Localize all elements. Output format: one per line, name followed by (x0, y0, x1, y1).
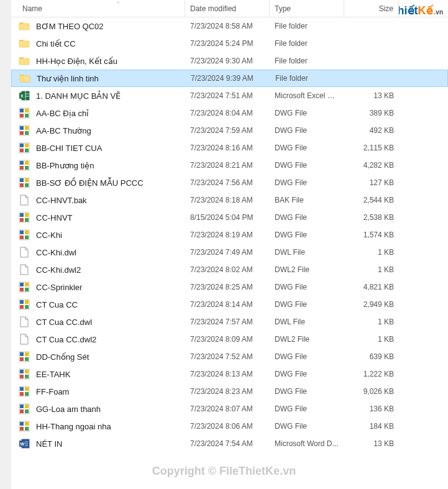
cell-type: DWL2 File (270, 335, 344, 344)
svg-rect-21 (25, 126, 29, 130)
svg-rect-60 (20, 352, 24, 356)
cell-size: 2,544 KB (344, 196, 399, 204)
cell-name[interactable]: EE-TAHK (11, 368, 185, 380)
folder-icon (19, 55, 30, 66)
cell-name[interactable]: GG-Loa am thanh (11, 403, 185, 414)
cell-name[interactable]: CT Cua CC.dwl (11, 316, 185, 327)
table-row[interactable]: CC-Khi.dwl27/23/2024 8:02 AMDWL2 File1 K… (11, 261, 448, 278)
cell-type: DWG File (270, 283, 344, 291)
cell-name[interactable]: CC-Sprinkler (11, 281, 185, 293)
svg-rect-47 (20, 235, 24, 239)
cell-name[interactable]: CT Cua CC.dwl2 (11, 334, 185, 345)
cell-name[interactable]: W NÉT IN (11, 438, 185, 449)
cell-size: 2,115 KB (344, 144, 399, 152)
cell-type: File folder (270, 39, 344, 48)
dwg-icon (19, 160, 30, 171)
column-header-size[interactable]: Size (344, 0, 399, 17)
svg-rect-33 (25, 166, 29, 170)
cell-type: DWG File (270, 387, 344, 396)
cell-date: 7/23/2024 8:07 AM (185, 404, 270, 413)
dwg-icon (19, 368, 30, 380)
svg-rect-66 (25, 370, 29, 373)
table-row[interactable]: GG-Loa am thanh7/23/2024 8:07 AMDWG File… (11, 400, 448, 418)
cell-size: 184 KB (344, 422, 399, 431)
cell-type: DWG File (270, 161, 344, 170)
cell-name[interactable]: CC-HNVT.bak (11, 194, 185, 206)
file-name-label: BB-CHI TIET CUA (36, 144, 102, 153)
table-row[interactable]: AA-BC Thường7/23/2024 7:59 AMDWG File492… (11, 122, 448, 139)
cell-name[interactable]: AA-BC Thường (11, 125, 185, 136)
cell-name[interactable]: BB-Phương tiện (11, 160, 185, 171)
cell-name[interactable]: X 1. DANH MỤC BẢN VẼ (11, 90, 185, 101)
cell-date: 7/23/2024 5:24 PM (185, 39, 270, 48)
table-row[interactable]: CT Cua CC7/23/2024 8:14 AMDWG File2,949 … (11, 296, 448, 313)
cell-name[interactable]: AA-BC Địa chỉ (11, 107, 185, 119)
table-row[interactable]: CC-HNVT.bak7/23/2024 8:18 AMBAK File2,54… (11, 191, 448, 209)
cell-name[interactable]: CC-Khi (11, 229, 185, 240)
file-name-label: AA-BC Địa chỉ (36, 109, 89, 118)
cell-size: 4,821 KB (344, 283, 399, 291)
cell-name[interactable]: CT Cua CC (11, 299, 185, 310)
cell-name[interactable]: BB-SƠ ĐỒ ĐIỆN MẪU PCCC (11, 177, 185, 188)
logo-thiet: Thiết (399, 4, 418, 17)
cell-type: DWG File (270, 422, 344, 431)
table-row[interactable]: CC-HNVT8/15/2024 5:04 PMDWG File2,538 KB (11, 209, 448, 226)
table-row[interactable]: HH-Học Điện, Kết cấu7/23/2024 9:30 AMFil… (11, 52, 448, 70)
cell-date: 7/23/2024 8:14 AM (185, 300, 270, 309)
table-row[interactable]: CC-Khi7/23/2024 8:19 AMDWG File1,574 KB (11, 226, 448, 244)
cell-name[interactable]: CC-Khi.dwl2 (11, 264, 185, 275)
cell-date: 7/23/2024 7:59 AM (185, 126, 270, 135)
column-header-type[interactable]: Type (270, 0, 344, 17)
table-row[interactable]: BB-SƠ ĐỒ ĐIỆN MẪU PCCC7/23/2024 7:56 AMD… (11, 174, 448, 191)
cell-name[interactable]: Thư viện linh tinh (12, 73, 186, 84)
svg-rect-52 (20, 288, 24, 291)
svg-rect-17 (20, 114, 24, 117)
table-row[interactable]: AA-BC Địa chỉ7/23/2024 8:04 AMDWG File38… (11, 104, 448, 122)
cell-name[interactable]: CC-HNVT (11, 212, 185, 223)
file-name-label: CT Cua CC.dwl2 (36, 335, 96, 344)
table-row[interactable]: FF-Foam7/23/2024 8:23 AMDWG File9,026 KB (11, 383, 448, 400)
cell-size: 1,574 KB (344, 231, 399, 239)
sort-indicator-icon: ˄ (117, 1, 120, 7)
cell-name[interactable]: Chi tiết CC (11, 38, 185, 49)
folder-icon (19, 38, 30, 49)
dwg-icon (19, 421, 30, 432)
cell-date: 7/23/2024 8:04 AM (185, 109, 270, 117)
column-header-name[interactable]: Name (11, 0, 185, 17)
svg-rect-70 (20, 387, 24, 391)
table-row[interactable]: CT Cua CC.dwl7/23/2024 7:57 AMDWL File1 … (11, 313, 448, 331)
table-row[interactable]: EE-TAHK7/23/2024 8:13 AMDWG File1,222 KB (11, 365, 448, 383)
cell-size: 13 KB (344, 439, 399, 448)
svg-rect-35 (20, 178, 24, 182)
table-row[interactable]: W NÉT IN7/23/2024 7:54 AMMicrosoft Word … (11, 435, 448, 452)
cell-name[interactable]: HH-Học Điện, Kết cấu (11, 55, 185, 66)
cell-type: File folder (270, 74, 345, 83)
file-name-label: FF-Foam (36, 387, 69, 396)
cell-name[interactable]: HH-Thang ngoai nha (11, 421, 185, 432)
dwg-icon (19, 386, 30, 397)
cell-name[interactable]: BƠM THEO QC02 (11, 21, 185, 32)
column-header-date[interactable]: Date modified (185, 0, 270, 17)
table-row[interactable]: DD-Chống Sét7/23/2024 7:52 AMDWG File639… (11, 348, 448, 365)
cell-date: 7/23/2024 9:39 AM (186, 74, 270, 83)
cell-name[interactable]: FF-Foam (11, 386, 185, 397)
cell-size: 13 KB (344, 91, 399, 100)
dwg-icon (19, 142, 30, 153)
table-row[interactable]: CC-Khi.dwl7/23/2024 7:49 AMDWL File1 KB (11, 244, 448, 261)
cell-name[interactable]: DD-Chống Sét (11, 351, 185, 362)
svg-rect-36 (25, 178, 29, 182)
table-row[interactable]: X 1. DANH MỤC BẢN VẼ7/23/2024 7:51 AMMic… (11, 87, 448, 104)
table-row[interactable]: Thư viện linh tinh7/23/2024 9:39 AMFile … (11, 70, 448, 87)
file-icon (19, 334, 30, 345)
table-row[interactable]: Chi tiết CC7/23/2024 5:24 PMFile folder (11, 35, 448, 52)
table-row[interactable]: CC-Sprinkler7/23/2024 8:25 AMDWG File4,8… (11, 278, 448, 296)
cell-name[interactable]: BB-CHI TIET CUA (11, 142, 185, 153)
table-row[interactable]: BB-CHI TIET CUA7/23/2024 8:16 AMDWG File… (11, 139, 448, 157)
cell-name[interactable]: CC-Khi.dwl (11, 247, 185, 258)
table-row[interactable]: CT Cua CC.dwl27/23/2024 8:09 AMDWL2 File… (11, 331, 448, 348)
table-row[interactable]: BƠM THEO QC027/23/2024 8:58 AMFile folde… (11, 17, 448, 35)
table-row[interactable]: BB-Phương tiện7/23/2024 8:21 AMDWG File4… (11, 157, 448, 174)
file-icon (19, 316, 30, 327)
cell-type: BAK File (270, 196, 344, 204)
table-row[interactable]: HH-Thang ngoai nha7/23/2024 8:06 AMDWG F… (11, 418, 448, 435)
